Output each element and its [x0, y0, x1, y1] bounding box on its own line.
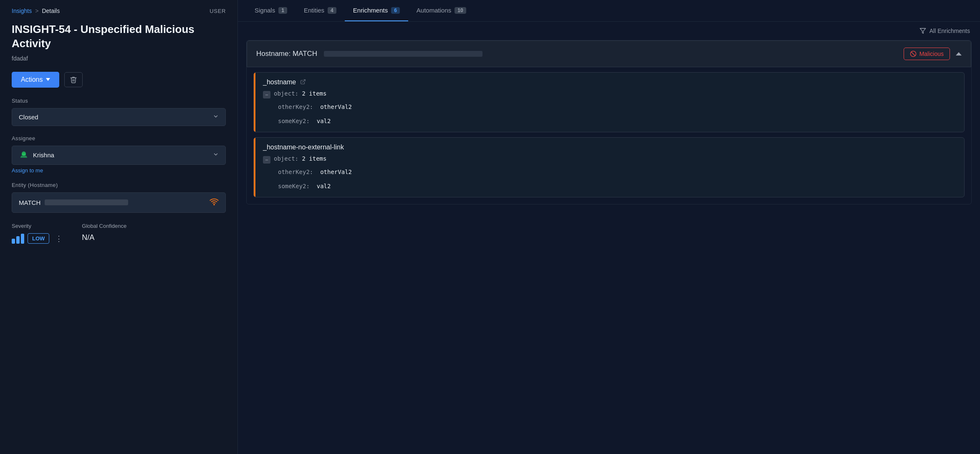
tree-val-1: 2 items: [302, 90, 326, 97]
tree-child-key-2-1: otherKey2:: [278, 169, 317, 175]
entity-label: Entity (Hostname): [0, 180, 237, 191]
collapse-button-2[interactable]: −: [263, 156, 270, 164]
entity-match-text: MATCH: [19, 199, 40, 206]
confidence-block: Global Confidence N/A: [82, 223, 126, 244]
severity-value: LOW: [32, 235, 45, 242]
tab-automations-label: Automations: [417, 7, 451, 14]
card-tree-2: − object: 2 items otherKey2: otherVal2: [263, 155, 957, 189]
chevron-up-icon: [956, 52, 962, 55]
tab-signals-label: Signals: [255, 7, 275, 14]
status-dropdown[interactable]: Closed: [12, 108, 226, 126]
enrichment-card-2: _hostname-no-external-link − object: 2 i…: [253, 137, 965, 197]
enrichments-toolbar: All Enrichments: [238, 22, 980, 40]
assignee-dropdown[interactable]: Krishna: [12, 146, 226, 165]
tab-entities-badge: 4: [328, 7, 336, 14]
confidence-value: N/A: [82, 233, 126, 242]
tree-key-2: object:: [274, 155, 302, 162]
tab-signals-badge: 1: [278, 7, 287, 14]
tab-enrichments-badge: 6: [391, 7, 400, 14]
malicious-icon: [910, 50, 917, 57]
card-main-1: _hostname −: [255, 73, 964, 132]
malicious-badge: Malicious: [904, 48, 950, 60]
assign-me-link[interactable]: Assign to me: [0, 166, 237, 180]
svg-line-5: [911, 52, 915, 55]
enrichment-header-right: Malicious: [904, 48, 962, 60]
card-tree-1: − object: 2 items otherKey2: otherVal2: [263, 90, 957, 124]
chevron-down-icon: [213, 151, 219, 159]
filter-icon: [919, 28, 926, 34]
assignee-label: Assignee: [0, 134, 237, 144]
tree-child-val-2-2: val2: [317, 183, 331, 189]
severity-options-button[interactable]: ⋮: [53, 233, 65, 244]
svg-rect-1: [22, 154, 26, 155]
tree-child-1-2: someKey2: val2: [278, 118, 957, 124]
assignee-inner: Krishna: [19, 150, 54, 160]
actions-button[interactable]: Actions: [12, 72, 59, 88]
insight-title: INSIGHT-54 - Unspecified Malicious Activ…: [0, 18, 237, 53]
severity-block: Severity LOW ⋮: [12, 223, 65, 244]
collapse-button-1[interactable]: −: [263, 91, 270, 98]
breadcrumb-insights[interactable]: Insights: [12, 8, 32, 14]
tree-root-2: − object: 2 items: [263, 155, 957, 164]
delete-button[interactable]: [64, 72, 83, 87]
enrichment-group: Hostname: MATCH Malicious: [246, 40, 972, 204]
breadcrumb: Insights > Details USER: [0, 0, 237, 18]
insight-subtitle: fdadaf: [0, 53, 237, 68]
svg-marker-3: [920, 28, 925, 33]
all-enrichments-button[interactable]: All Enrichments: [919, 28, 970, 34]
external-link-icon[interactable]: [300, 79, 306, 86]
severity-label: Severity: [12, 223, 65, 229]
breadcrumb-user: USER: [210, 8, 226, 14]
bottom-section: Severity LOW ⋮ Global Confidence N/A: [0, 220, 237, 252]
all-enrichments-label: All Enrichments: [929, 28, 970, 34]
wifi-icon: [210, 197, 219, 208]
tree-child-val-1-1: otherVal2: [320, 103, 352, 110]
card-title-text-2: _hostname-no-external-link: [263, 144, 344, 151]
tab-entities-label: Entities: [304, 7, 324, 14]
assignee-value: Krishna: [33, 151, 54, 159]
tree-children-1: otherKey2: otherVal2 someKey2: val2: [263, 103, 957, 124]
chevron-down-icon: [213, 114, 219, 121]
tree-root-1: − object: 2 items: [263, 90, 957, 98]
severity-bars: [12, 234, 24, 244]
severity-badge: LOW ⋮: [12, 233, 65, 244]
breadcrumb-details: Details: [42, 8, 60, 14]
tab-automations-badge: 10: [455, 7, 466, 14]
tab-automations[interactable]: Automations 10: [408, 0, 475, 21]
enrichment-card-1-wrapper: _hostname −: [247, 67, 971, 132]
tabs-bar: Signals 1 Entities 4 Enrichments 6 Autom…: [238, 0, 980, 22]
card-title-text-1: _hostname: [263, 78, 296, 86]
malicious-label: Malicious: [919, 50, 944, 57]
enrichment-group-header[interactable]: Hostname: MATCH Malicious: [247, 40, 971, 67]
svg-line-6: [303, 79, 305, 82]
assignee-avatar: [19, 150, 29, 160]
status-value: Closed: [19, 114, 38, 121]
severity-bar-3: [21, 234, 24, 244]
right-panel: Signals 1 Entities 4 Enrichments 6 Autom…: [238, 0, 980, 454]
trash-icon: [70, 76, 77, 83]
hostname-redacted: [324, 51, 482, 57]
severity-bar-1: [12, 239, 15, 244]
tree-children-2: otherKey2: otherVal2 someKey2: val2: [263, 169, 957, 189]
actions-row: Actions: [0, 68, 237, 96]
tree-val-2: 2 items: [302, 155, 326, 162]
confidence-label: Global Confidence: [82, 223, 126, 229]
severity-bar-2: [16, 236, 20, 244]
breadcrumb-separator: >: [35, 8, 38, 14]
left-panel: Insights > Details USER INSIGHT-54 - Uns…: [0, 0, 238, 454]
tab-enrichments[interactable]: Enrichments 6: [345, 0, 408, 21]
entity-input-row: MATCH: [12, 192, 226, 213]
tab-enrichments-label: Enrichments: [353, 7, 388, 14]
tree-child-key-2-2: someKey2:: [278, 183, 313, 189]
card-title-1: _hostname: [263, 78, 957, 86]
tree-child-2-2: someKey2: val2: [278, 183, 957, 189]
hostname-match-label: Hostname: MATCH: [256, 50, 317, 58]
status-label: Status: [0, 96, 237, 106]
enrichments-list: Hostname: MATCH Malicious: [238, 40, 980, 454]
tree-child-2-1: otherKey2: otherVal2: [278, 169, 957, 175]
tab-signals[interactable]: Signals 1: [246, 0, 296, 21]
svg-point-2: [214, 204, 215, 205]
entity-redacted: [45, 199, 128, 205]
tab-entities[interactable]: Entities 4: [296, 0, 345, 21]
tree-child-val-2-1: otherVal2: [320, 169, 352, 175]
